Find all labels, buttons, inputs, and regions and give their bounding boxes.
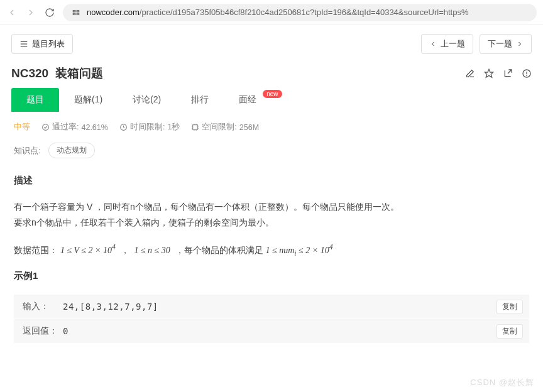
share-icon[interactable] bbox=[503, 68, 513, 79]
svg-rect-2 bbox=[73, 13, 75, 14]
space-limit: 空间限制: 256M bbox=[191, 122, 259, 133]
problem-code: NC320 bbox=[11, 67, 48, 80]
new-badge: new bbox=[263, 90, 282, 98]
return-label: 返回值： bbox=[23, 325, 63, 337]
star-icon[interactable] bbox=[484, 68, 494, 79]
problem-list-label: 题目列表 bbox=[32, 38, 65, 50]
knowledge-row: 知识点: 动态规划 bbox=[0, 135, 543, 166]
svg-rect-9 bbox=[193, 125, 198, 130]
tab-rank[interactable]: 排行 bbox=[176, 88, 224, 112]
tab-bar: 题目 题解(1) 讨论(2) 排行 面经 new bbox=[0, 88, 543, 112]
description: 有一个箱子容量为 V ，同时有n个物品，每个物品有一个体积（正整数）。每个物品只… bbox=[0, 195, 543, 234]
svg-point-6 bbox=[527, 75, 527, 75]
problem-meta: 中等 通过率: 42.61% 时间限制: 1秒 空间限制: 256M bbox=[0, 112, 543, 135]
pass-rate: 通过率: 42.61% bbox=[41, 122, 108, 133]
svg-rect-1 bbox=[77, 10, 79, 11]
tab-discuss[interactable]: 讨论(2) bbox=[118, 88, 176, 112]
svg-rect-3 bbox=[77, 13, 79, 14]
return-value: 0 bbox=[63, 326, 69, 336]
page-title: NC320 装箱问题 bbox=[11, 65, 103, 82]
problem-title: 装箱问题 bbox=[55, 67, 103, 80]
reload-icon[interactable] bbox=[44, 7, 55, 18]
chevron-left-icon bbox=[429, 40, 437, 48]
example-block: 输入： 24,[8,3,12,7,9,7] 复制 返回值： 0 复制 bbox=[14, 295, 529, 344]
check-icon bbox=[41, 123, 50, 131]
input-value: 24,[8,3,12,7,9,7] bbox=[63, 302, 158, 312]
prev-problem-button[interactable]: 上一题 bbox=[421, 34, 473, 54]
clock-icon bbox=[119, 123, 128, 131]
desc-line1: 有一个箱子容量为 V ，同时有n个物品，每个物品有一个体积（正整数）。每个物品只… bbox=[14, 199, 529, 215]
browser-toolbar: nowcoder.com/practice/d195a735f05b46cf8f… bbox=[0, 0, 543, 25]
memory-icon bbox=[191, 123, 199, 131]
example-heading: 示例1 bbox=[14, 265, 529, 287]
next-problem-button[interactable]: 下一题 bbox=[480, 34, 532, 54]
prev-label: 上一题 bbox=[441, 38, 465, 50]
problem-list-button[interactable]: 题目列表 bbox=[11, 34, 73, 54]
knowledge-tag[interactable]: 动态规划 bbox=[48, 143, 95, 158]
input-label: 输入： bbox=[23, 301, 63, 312]
url-path: /practice/d195a735f05b46cf8f210c4ad25068… bbox=[140, 8, 469, 17]
desc-line2: 要求n个物品中，任取若干个装入箱内，使箱子的剩余空间为最小。 bbox=[14, 215, 529, 231]
copy-input-button[interactable]: 复制 bbox=[496, 300, 523, 314]
time-limit: 时间限制: 1秒 bbox=[119, 122, 180, 133]
knowledge-label: 知识点: bbox=[14, 145, 41, 156]
url-domain: nowcoder.com bbox=[87, 8, 140, 17]
svg-point-7 bbox=[43, 124, 49, 131]
copy-return-button[interactable]: 复制 bbox=[496, 324, 523, 339]
url-bar[interactable]: nowcoder.com/practice/d195a735f05b46cf8f… bbox=[63, 4, 537, 21]
example-return-row: 返回值： 0 复制 bbox=[14, 319, 529, 344]
next-label: 下一题 bbox=[488, 38, 512, 50]
difficulty-label: 中等 bbox=[14, 122, 30, 133]
watermark: CSDN @赵长辉 bbox=[470, 377, 534, 388]
chevron-right-icon bbox=[516, 40, 524, 48]
desc-heading: 描述 bbox=[14, 170, 529, 192]
svg-marker-4 bbox=[485, 69, 493, 77]
edit-icon[interactable] bbox=[465, 68, 475, 79]
data-range: 数据范围： 1 ≤ V ≤ 2 × 104 ， 1 ≤ n ≤ 30 ，每个物品… bbox=[0, 234, 543, 261]
tab-solutions[interactable]: 题解(1) bbox=[59, 88, 118, 112]
svg-rect-0 bbox=[73, 10, 75, 11]
hamburger-icon bbox=[19, 40, 28, 48]
site-settings-icon[interactable] bbox=[70, 7, 82, 18]
back-icon[interactable] bbox=[6, 7, 18, 18]
forward-icon[interactable] bbox=[25, 7, 36, 18]
info-icon[interactable] bbox=[522, 68, 532, 79]
example-input-row: 输入： 24,[8,3,12,7,9,7] 复制 bbox=[14, 295, 529, 319]
tab-problem[interactable]: 题目 bbox=[11, 88, 59, 112]
